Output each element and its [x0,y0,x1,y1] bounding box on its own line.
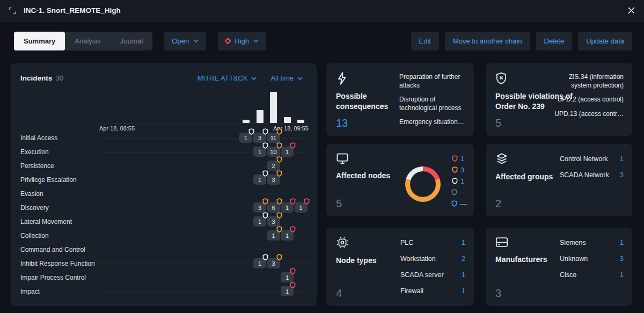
edit-button[interactable]: Edit [411,32,439,50]
incident-count-badge[interactable]: 1 [281,202,294,213]
tactic-label: Impair Process Control [20,274,86,281]
item-count-link[interactable]: 3 [620,171,624,179]
tactic-row: Impact1 [11,285,317,299]
severity-high-icon [224,38,231,45]
close-icon[interactable] [627,6,635,14]
incident-count-badge[interactable]: 1 [253,258,266,268]
incident-count-badge[interactable]: 1 [253,147,266,157]
expand-icon[interactable] [9,7,16,14]
incident-count-badge[interactable]: 1 [281,230,294,241]
incident-count-badge[interactable]: 1 [253,216,266,227]
legend-count: — [460,188,467,196]
time-filter-dropdown[interactable]: All time [270,74,303,82]
incident-count-badge[interactable]: 3 [253,202,266,213]
incidents-timeline-chart[interactable] [99,89,309,123]
move-to-another-chain-button[interactable]: Move to another chain [445,32,530,50]
incident-count-badge[interactable]: 1 [281,272,294,282]
incident-count-badge[interactable]: 3 [267,174,280,185]
item-count-link[interactable]: 1 [620,271,624,279]
incident-count-badge[interactable]: 10 [267,147,280,157]
tab-journal[interactable]: Journal [111,32,153,50]
legend-row: 1 [451,177,467,185]
incidents-count: 30 [55,74,63,82]
monitor-icon [336,152,464,164]
legend-count-link[interactable]: 3 [460,166,467,174]
incidents-panel: Incidents 30 MITRE ATT&CK All time Apr 1… [11,63,317,306]
legend-count: — [460,200,467,208]
severity-shield-icon [276,170,282,177]
item-label: Workstation [400,255,436,263]
update-data-button[interactable]: Update data [578,32,632,50]
list-item: Workstation2 [400,254,465,263]
item-count-link[interactable]: 1 [462,271,465,279]
manufacturers-list: Siemens1Unknown3Cisco1 [560,238,624,279]
tab-analysis[interactable]: Analysis [65,32,110,50]
list-item: Emergency situation… [399,118,466,127]
incident-count-badge[interactable]: 2 [267,161,280,171]
severity-shield-icon [276,156,282,163]
card-count: 4 [336,287,342,300]
item-label: SCADA Network [560,171,609,179]
tab-summary[interactable]: Summary [14,32,65,50]
item-count-link[interactable]: 1 [462,287,465,295]
severity-dropdown[interactable]: High [218,32,266,50]
incident-count-badge[interactable]: 3 [267,216,280,227]
incidents-filters: MITRE ATT&CK All time [197,74,303,82]
time-filter-label: All time [270,74,294,82]
chevron-down-icon [297,77,303,80]
summary-cards: Possible consequences 13 Preparation of … [326,63,632,306]
incident-count-badge[interactable]: 11 [267,133,280,143]
incident-count-badge[interactable]: 1 [267,230,280,241]
chevron-down-icon [253,39,259,42]
tactic-label: Initial Access [20,134,57,142]
list-item: SCADA Network3 [560,171,624,179]
status-dropdown[interactable]: Open [164,32,206,50]
tactic-timeline-line [99,250,309,250]
incident-count-badge[interactable]: 3 [253,133,266,143]
legend-row: 1 [451,155,467,162]
legend-count-link[interactable]: 1 [460,177,467,185]
item-count-link[interactable]: 3 [620,254,624,263]
delete-button[interactable]: Delete [536,32,573,50]
incident-count-badge[interactable]: 6 [267,202,280,213]
item-label: PLC [400,239,413,246]
incident-count-badge[interactable]: 3 [267,258,280,268]
severity-shield-icon [452,178,458,184]
tactic-row: Impair Process Control1 [11,271,317,285]
item-label: Siemens [560,239,586,246]
tactic-label: Privilege Escalation [20,176,77,184]
consequences-list: Preparation of further attacksDisruption… [399,73,466,127]
tab-group: SummaryAnalysisJournal [14,32,152,50]
node-types-list: PLC1Workstation2SCADA server1Firewall1 [400,238,465,295]
item-label: Control Network [560,155,608,163]
tactic-label: Persistence [20,162,54,170]
item-count-link[interactable]: 1 [462,238,465,246]
possible-consequences-card: Possible consequences 13 Preparation of … [326,63,474,136]
severity-shield-icon [451,189,457,195]
tactic-label: Discovery [20,204,49,212]
tactic-label: Evasion [20,190,43,198]
severity-shield-icon [290,268,296,274]
incident-count-badge[interactable]: 1 [281,286,294,296]
item-count-link[interactable]: 2 [462,254,465,263]
timeline-bar [284,117,291,123]
list-item: Firewall1 [400,287,465,295]
list-item: Unknown3 [560,254,624,263]
severity-shield-icon [276,254,282,260]
tactic-timeline-line [99,278,309,278]
incident-count-badge[interactable]: 1 [295,202,308,213]
item-count-link[interactable]: 1 [620,238,624,246]
status-label: Open [172,37,189,45]
card-count[interactable]: 13 [336,117,348,129]
incident-count-badge[interactable]: 1 [239,133,252,143]
tactic-row: Inhibit Response Function1 3 [11,257,317,271]
item-label: Cisco [560,271,576,279]
tactic-label: Impact [20,288,40,295]
legend-count-link[interactable]: 1 [460,155,467,163]
incident-count-badge[interactable]: 1 [253,174,266,185]
affected-nodes-donut-chart[interactable] [405,166,441,202]
incident-count-badge[interactable]: 1 [281,147,294,157]
mitre-filter-dropdown[interactable]: MITRE ATT&CK [197,74,257,82]
item-count-link[interactable]: 1 [620,155,624,163]
severity-shield-icon [290,282,296,288]
